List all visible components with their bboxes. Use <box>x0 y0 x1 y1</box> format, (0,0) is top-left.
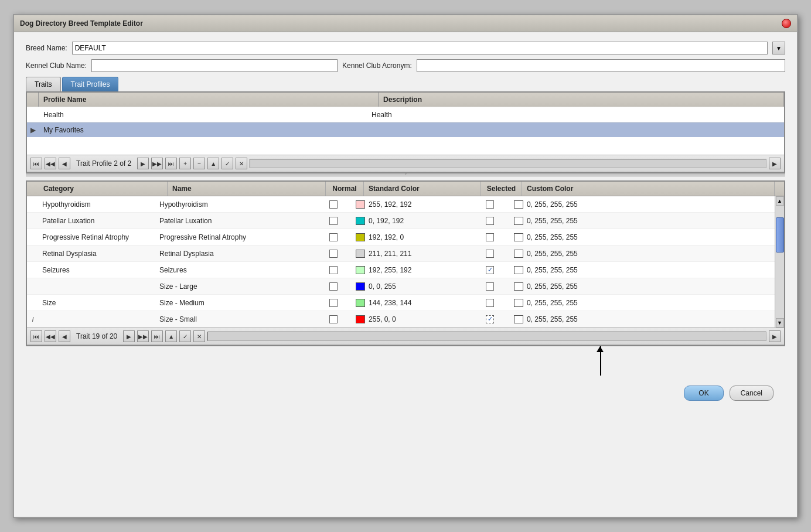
selected-checkbox[interactable] <box>486 282 494 291</box>
cell-selected[interactable] <box>469 231 510 244</box>
lower-nav-prev-prev-btn[interactable]: ◀◀ <box>45 330 56 342</box>
table-row[interactable]: Hypothyroidism Hypothyroidism 255, 192, … <box>27 196 775 213</box>
std-color-text: 0, 0, 255 <box>369 282 396 291</box>
scroll-thumb[interactable] <box>776 217 784 253</box>
lth-spacer <box>27 182 39 196</box>
cell-normal[interactable] <box>314 214 352 227</box>
cell-name: Size - Medium <box>156 296 314 309</box>
table-row[interactable]: Retinal Dysplasia Retinal Dysplasia 211,… <box>27 245 775 262</box>
top-table-row-selected[interactable]: ▶ My Favorites <box>27 122 784 137</box>
nav-next-next-btn[interactable]: ▶▶ <box>151 158 163 169</box>
nav-prev-btn[interactable]: ◀ <box>59 158 70 169</box>
nav-prev-prev-btn[interactable]: ◀◀ <box>45 158 56 169</box>
cell-normal[interactable] <box>314 296 352 309</box>
nav-next-btn[interactable]: ▶ <box>137 158 149 169</box>
table-row[interactable]: Size - Large 0, 0, 255 0, 255, 255, 255 <box>27 278 775 295</box>
tab-traits[interactable]: Traits <box>26 77 61 91</box>
cell-normal[interactable] <box>314 231 352 244</box>
cell-normal[interactable] <box>314 313 352 326</box>
cell-selected[interactable] <box>469 280 510 293</box>
nav-first-btn[interactable]: ⏮ <box>30 158 42 169</box>
tab-trait-profiles[interactable]: Trait Profiles <box>62 77 119 91</box>
std-color-swatch <box>356 200 365 209</box>
selected-checkbox-dashed[interactable]: ✓ <box>486 315 494 323</box>
lower-table-header: Category Name Normal Standard Color Sele… <box>27 182 784 196</box>
scroll-down-arrow[interactable]: ▼ <box>776 318 784 328</box>
cell-name: Size - Small <box>156 313 314 326</box>
selected-checkbox[interactable] <box>486 233 494 241</box>
custom-color-text: 0, 255, 255, 255 <box>527 217 578 225</box>
breed-name-dropdown[interactable]: ▼ <box>772 42 785 54</box>
lth-category: Category <box>39 182 168 196</box>
normal-checkbox[interactable] <box>329 250 338 258</box>
cell-selected[interactable] <box>469 214 510 227</box>
cell-selected[interactable]: ✓ <box>469 264 510 277</box>
top-nav-text: Trait Profile 2 of 2 <box>73 159 135 168</box>
cell-custom-color: 0, 255, 255, 255 <box>510 264 775 277</box>
lower-nav-next-next-btn[interactable]: ▶▶ <box>137 330 149 342</box>
lower-nav-up-btn[interactable]: ▲ <box>165 330 177 342</box>
normal-checkbox[interactable] <box>329 299 338 307</box>
normal-checkbox[interactable] <box>329 315 338 323</box>
kennel-club-acronym-input[interactable] <box>417 59 785 72</box>
nav-confirm-btn[interactable]: ✓ <box>222 158 233 169</box>
cell-normal[interactable] <box>314 198 352 211</box>
nav-add-btn[interactable]: + <box>179 158 191 169</box>
lower-scroll-bar[interactable] <box>207 332 766 341</box>
lower-nav-prev-btn[interactable]: ◀ <box>59 330 70 342</box>
lower-nav-first-btn[interactable]: ⏮ <box>30 330 42 342</box>
cell-name: Seizures <box>156 264 314 277</box>
custom-color-swatch <box>514 250 523 258</box>
lower-nav-last-btn[interactable]: ⏭ <box>151 330 163 342</box>
cell-selected[interactable]: ✓ <box>469 313 510 326</box>
cell-normal[interactable] <box>314 247 352 260</box>
normal-checkbox[interactable] <box>329 266 338 274</box>
scroll-up-arrow[interactable]: ▲ <box>776 196 784 206</box>
custom-color-swatch <box>514 200 523 209</box>
lower-table-body: Hypothyroidism Hypothyroidism 255, 192, … <box>27 196 784 328</box>
nav-up-btn[interactable]: ▲ <box>207 158 219 169</box>
cell-normal[interactable] <box>314 280 352 293</box>
top-scroll-bar[interactable] <box>250 159 766 168</box>
cell-selected[interactable] <box>469 247 510 260</box>
selected-checkbox[interactable] <box>486 299 494 307</box>
breed-name-label: Breed Name: <box>26 44 67 52</box>
cancel-button[interactable]: Cancel <box>730 386 773 401</box>
lower-nav-confirm-btn[interactable]: ✓ <box>179 330 191 342</box>
table-row[interactable]: Progressive Retinal Atrophy Progressive … <box>27 229 775 245</box>
std-color-swatch <box>356 315 365 323</box>
selected-checkbox[interactable] <box>486 200 494 209</box>
normal-checkbox[interactable] <box>329 217 338 225</box>
selected-checkbox[interactable] <box>486 217 494 225</box>
close-button[interactable] <box>782 19 791 28</box>
lower-nav-cancel-btn[interactable]: ✕ <box>193 330 205 342</box>
cell-selected[interactable] <box>469 296 510 309</box>
table-row[interactable]: Size Size - Medium 144, 238, 144 0, 255,… <box>27 295 775 311</box>
table-row[interactable]: Patellar Luxation Patellar Luxation 0, 1… <box>27 213 775 229</box>
nav-cancel-btn[interactable]: ✕ <box>236 158 247 169</box>
cell-selected[interactable] <box>469 198 510 211</box>
nav-last-btn[interactable]: ⏭ <box>165 158 177 169</box>
normal-checkbox[interactable] <box>329 233 338 241</box>
top-scroll-right[interactable]: ▶ <box>769 158 781 169</box>
lower-nav-next-btn[interactable]: ▶ <box>123 330 135 342</box>
cell-custom-color: 0, 255, 255, 255 <box>510 214 775 227</box>
nav-remove-btn[interactable]: − <box>193 158 205 169</box>
kennel-club-name-input[interactable] <box>91 59 338 72</box>
selected-checkbox[interactable]: ✓ <box>486 266 494 274</box>
selected-checkbox[interactable] <box>486 250 494 258</box>
cell-category: Progressive Retinal Atrophy <box>39 231 156 244</box>
table-row[interactable]: Seizures Seizures 192, 255, 192 ✓ 0, 255… <box>27 262 775 278</box>
cell-normal[interactable] <box>314 264 352 277</box>
ok-button[interactable]: OK <box>684 386 723 401</box>
normal-checkbox[interactable] <box>329 200 338 209</box>
lower-scroll-right[interactable]: ▶ <box>769 330 781 342</box>
cell-category: Seizures <box>39 264 156 277</box>
cell-std-color: 255, 192, 192 <box>352 198 469 211</box>
normal-checkbox[interactable] <box>329 282 338 291</box>
top-table-row[interactable]: Health Health <box>27 107 784 122</box>
breed-name-input[interactable] <box>72 42 768 54</box>
vertical-scrollbar[interactable]: ▲ ▼ <box>775 196 784 328</box>
top-table: Profile Name Description Health Health ▶… <box>26 91 785 173</box>
table-row-editing[interactable]: I Size - Small 255, 0, 0 ✓ <box>27 311 775 328</box>
